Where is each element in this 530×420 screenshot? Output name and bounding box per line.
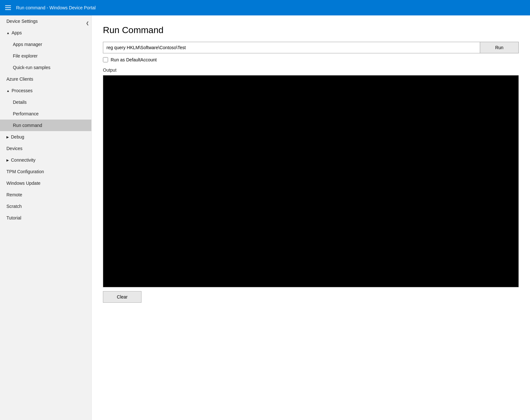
sidebar-label-scratch: Scratch [6, 204, 22, 209]
sidebar-label-apps-manager: Apps manager [13, 42, 42, 47]
run-button[interactable]: Run [480, 42, 519, 53]
sidebar-label-details: Details [13, 100, 27, 105]
sidebar-item-tpm-configuration[interactable]: TPM Configuration [0, 166, 91, 177]
sidebar-label-quick-run-samples: Quick-run samples [13, 65, 50, 70]
sidebar-label-connectivity: Connectivity [11, 157, 35, 163]
sidebar-label-remote: Remote [6, 192, 22, 197]
sidebar-item-processes[interactable]: ▲Processes [0, 85, 91, 96]
sidebar-item-tutorial[interactable]: Tutorial [0, 212, 91, 224]
page-title: Run Command [103, 25, 519, 35]
clear-button[interactable]: Clear [103, 291, 142, 303]
sidebar-label-processes: Processes [12, 88, 32, 93]
sidebar-item-azure-clients[interactable]: Azure Clients [0, 73, 91, 85]
triangle-icon-processes: ▲ [6, 89, 10, 93]
sidebar-label-device-settings: Device Settings [6, 19, 38, 24]
command-row: Run [103, 42, 519, 53]
collapse-button[interactable]: ❮ [84, 19, 91, 27]
sidebar-item-remote[interactable]: Remote [0, 189, 91, 201]
triangle-icon-debug: ▶ [6, 135, 9, 139]
sidebar-item-apps[interactable]: ▲Apps [0, 27, 91, 39]
sidebar-item-debug[interactable]: ▶Debug [0, 131, 91, 143]
sidebar-item-quick-run-samples[interactable]: Quick-run samples [0, 62, 91, 73]
sidebar-item-apps-manager[interactable]: Apps manager [0, 39, 91, 50]
sidebar-item-details[interactable]: Details [0, 96, 91, 108]
command-input[interactable] [103, 42, 480, 53]
sidebar-label-file-explorer: File explorer [13, 53, 38, 58]
output-label: Output [103, 67, 519, 73]
sidebar-item-device-settings[interactable]: Device Settings [0, 15, 91, 27]
sidebar-item-windows-update[interactable]: Windows Update [0, 177, 91, 189]
sidebar-label-tutorial: Tutorial [6, 215, 21, 220]
sidebar-label-apps: Apps [12, 30, 22, 35]
content-area: Run Command Run Run as DefaultAccount Ou… [92, 15, 530, 420]
output-area [103, 75, 519, 287]
checkbox-row: Run as DefaultAccount [103, 57, 519, 62]
default-account-label: Run as DefaultAccount [111, 57, 157, 62]
sidebar-label-run-command: Run command [13, 123, 42, 128]
sidebar-item-devices[interactable]: Devices [0, 143, 91, 154]
sidebar-nav: Device Settings▲AppsApps managerFile exp… [0, 15, 91, 224]
triangle-icon-connectivity: ▶ [6, 158, 9, 162]
main-layout: ❮ Device Settings▲AppsApps managerFile e… [0, 15, 530, 420]
triangle-icon-apps: ▲ [6, 31, 10, 35]
title-bar: Run command - Windows Device Portal [0, 0, 530, 15]
sidebar-item-run-command[interactable]: Run command [0, 120, 91, 131]
sidebar: ❮ Device Settings▲AppsApps managerFile e… [0, 15, 92, 420]
sidebar-label-azure-clients: Azure Clients [6, 76, 33, 82]
sidebar-item-connectivity[interactable]: ▶Connectivity [0, 154, 91, 166]
window-title: Run command - Windows Device Portal [16, 5, 96, 10]
sidebar-label-windows-update: Windows Update [6, 181, 41, 186]
sidebar-item-file-explorer[interactable]: File explorer [0, 50, 91, 62]
sidebar-label-tpm-configuration: TPM Configuration [6, 169, 44, 174]
sidebar-item-scratch[interactable]: Scratch [0, 201, 91, 212]
sidebar-item-performance[interactable]: Performance [0, 108, 91, 120]
default-account-checkbox[interactable] [103, 57, 108, 62]
hamburger-menu[interactable] [5, 5, 11, 10]
sidebar-label-debug: Debug [11, 134, 24, 139]
sidebar-label-devices: Devices [6, 146, 23, 151]
sidebar-label-performance: Performance [13, 111, 39, 116]
